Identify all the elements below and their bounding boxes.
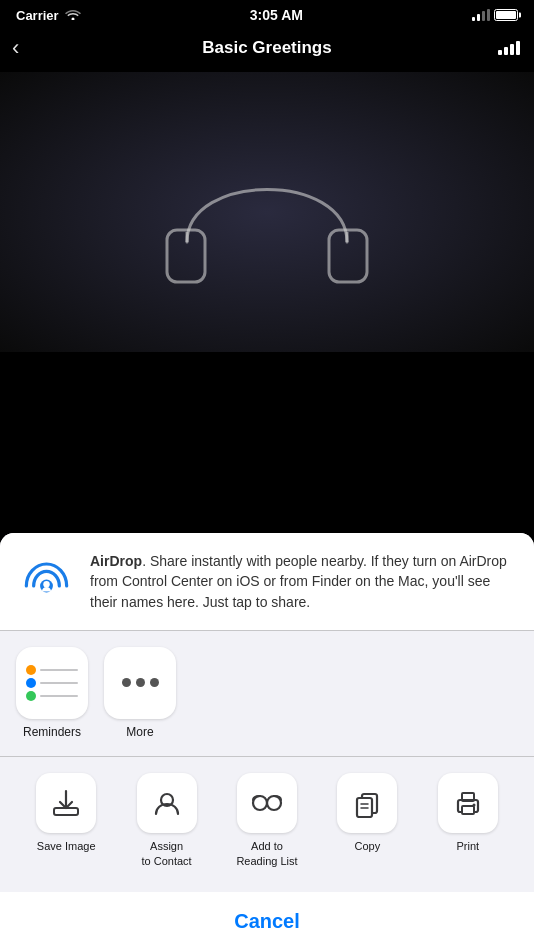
airdrop-icon <box>16 551 76 611</box>
assign-contact-icon <box>152 788 182 818</box>
action-assign-contact[interactable]: Assignto Contact <box>123 773 211 868</box>
svg-rect-17 <box>462 806 474 814</box>
app-reminders[interactable]: Reminders <box>16 647 88 741</box>
action-add-reading[interactable]: Add toReading List <box>223 773 311 868</box>
apps-row: Reminders More <box>0 631 534 758</box>
status-bar: Carrier 3:05 AM <box>0 0 534 28</box>
action-copy[interactable]: Copy <box>323 773 411 853</box>
reminders-label: Reminders <box>23 725 81 741</box>
add-reading-label: Add toReading List <box>236 839 297 868</box>
main-content <box>0 72 534 352</box>
airdrop-description: AirDrop. Share instantly with people nea… <box>90 551 518 612</box>
wifi-icon <box>65 7 81 23</box>
nav-bar: ‹ Basic Greetings <box>0 28 534 72</box>
copy-icon <box>352 788 382 818</box>
assign-contact-icon-box <box>137 773 197 833</box>
headphones-image <box>147 112 387 312</box>
add-reading-icon-box <box>237 773 297 833</box>
cancel-section: Cancel <box>0 892 534 950</box>
svg-point-9 <box>253 796 267 810</box>
assign-contact-label: Assignto Contact <box>142 839 192 868</box>
copy-icon-box <box>337 773 397 833</box>
app-more[interactable]: More <box>104 647 176 741</box>
status-left: Carrier <box>16 7 81 23</box>
svg-point-5 <box>43 581 49 587</box>
actions-row: Save Image Assignto Contact <box>0 757 534 884</box>
copy-label: Copy <box>355 839 381 853</box>
save-image-icon <box>51 788 81 818</box>
print-label: Print <box>456 839 479 853</box>
nav-signal-icon <box>498 41 520 55</box>
more-label: More <box>126 725 153 741</box>
cancel-button[interactable]: Cancel <box>0 892 534 950</box>
save-image-icon-box <box>36 773 96 833</box>
airdrop-section: AirDrop. Share instantly with people nea… <box>0 533 534 631</box>
svg-point-19 <box>472 804 475 807</box>
share-sheet: AirDrop. Share instantly with people nea… <box>0 533 534 950</box>
reminders-icon-box <box>16 647 88 719</box>
status-right <box>472 9 518 21</box>
status-time: 3:05 AM <box>250 7 303 23</box>
signal-icon <box>472 9 490 21</box>
nav-title: Basic Greetings <box>202 38 331 58</box>
more-dots-icon <box>122 678 159 687</box>
svg-point-10 <box>267 796 281 810</box>
more-icon-box <box>104 647 176 719</box>
print-icon-box <box>438 773 498 833</box>
reminders-icon <box>20 659 84 707</box>
airdrop-title: AirDrop <box>90 553 142 569</box>
action-print[interactable]: Print <box>424 773 512 853</box>
save-image-label: Save Image <box>37 839 96 853</box>
add-reading-icon <box>251 792 283 814</box>
battery-icon <box>494 9 518 21</box>
action-save-image[interactable]: Save Image <box>22 773 110 853</box>
carrier-label: Carrier <box>16 8 59 23</box>
back-button[interactable]: ‹ <box>12 35 19 61</box>
print-icon <box>453 788 483 818</box>
